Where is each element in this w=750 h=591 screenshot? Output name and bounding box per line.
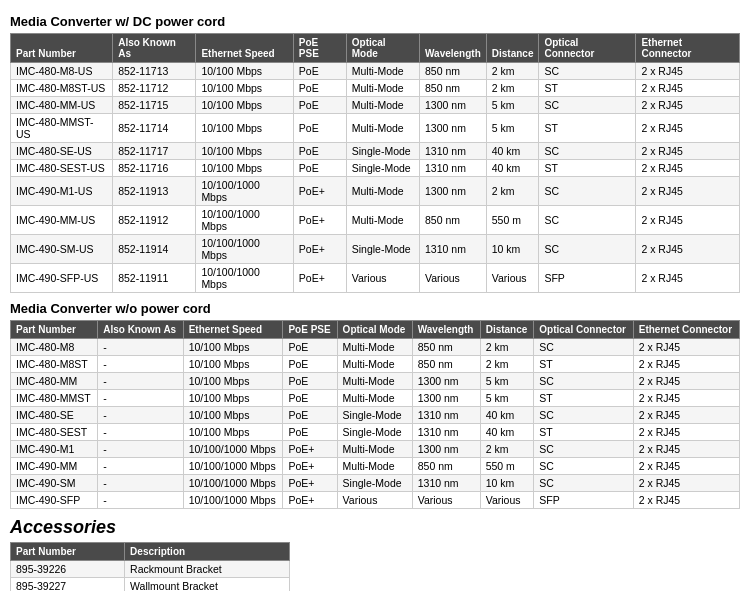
table-cell: PoE [283, 373, 337, 390]
table-cell: IMC-480-M8ST [11, 356, 98, 373]
col-header: Part Number [11, 321, 98, 339]
table-cell: IMC-490-SFP [11, 492, 98, 509]
table-cell: IMC-480-MMST-US [11, 114, 113, 143]
table-cell: 10/100 Mbps [196, 143, 293, 160]
table-cell: 895-39226 [11, 561, 125, 578]
table-cell: 852-11712 [113, 80, 196, 97]
col-header: Optical Mode [337, 321, 412, 339]
table-row: IMC-480-SE-US852-1171710/100 MbpsPoESing… [11, 143, 740, 160]
table-cell: 2 x RJ45 [636, 264, 740, 293]
col-header: Distance [486, 34, 539, 63]
table-cell: 10/100/1000 Mbps [183, 458, 283, 475]
col-header: Optical Connector [539, 34, 636, 63]
table-cell: 10/100 Mbps [183, 356, 283, 373]
table-cell: Multi-Mode [346, 63, 419, 80]
table-cell: 2 x RJ45 [633, 373, 739, 390]
section2-table: Part NumberAlso Known AsEthernet SpeedPo… [10, 320, 740, 509]
table-row: 895-39226Rackmount Bracket [11, 561, 290, 578]
table-cell: 2 x RJ45 [636, 114, 740, 143]
table-cell: 852-11714 [113, 114, 196, 143]
table-cell: SC [539, 63, 636, 80]
table-cell: 852-11717 [113, 143, 196, 160]
table-cell: - [98, 390, 183, 407]
table-row: IMC-480-SE-10/100 MbpsPoESingle-Mode1310… [11, 407, 740, 424]
table-cell: 850 nm [420, 63, 487, 80]
col-header: Ethernet Speed [196, 34, 293, 63]
table-cell: PoE [283, 356, 337, 373]
table-cell: 852-11912 [113, 206, 196, 235]
table-row: IMC-480-M8-US852-1171310/100 MbpsPoEMult… [11, 63, 740, 80]
table-cell: 10/100/1000 Mbps [183, 492, 283, 509]
table-cell: 2 x RJ45 [633, 492, 739, 509]
table-cell: PoE [293, 63, 346, 80]
section1-table: Part NumberAlso Known AsEthernet SpeedPo… [10, 33, 740, 293]
table-cell: Various [337, 492, 412, 509]
table-cell: 895-39227 [11, 578, 125, 592]
table-cell: 5 km [480, 373, 534, 390]
table-row: IMC-480-M8ST-10/100 MbpsPoEMulti-Mode850… [11, 356, 740, 373]
table-cell: SC [539, 97, 636, 114]
table-cell: 1300 nm [412, 441, 480, 458]
table-cell: 2 x RJ45 [636, 63, 740, 80]
table-cell: SC [534, 475, 633, 492]
table-cell: 5 km [486, 97, 539, 114]
col-header: Part Number [11, 34, 113, 63]
table-cell: - [98, 475, 183, 492]
table-row: IMC-490-SFP-10/100/1000 MbpsPoE+VariousV… [11, 492, 740, 509]
table-row: IMC-480-MM-US852-1171510/100 MbpsPoEMult… [11, 97, 740, 114]
table-row: IMC-490-M1-10/100/1000 MbpsPoE+Multi-Mod… [11, 441, 740, 458]
table-cell: 10/100 Mbps [183, 339, 283, 356]
table-cell: SC [534, 339, 633, 356]
table-cell: SC [534, 441, 633, 458]
table-cell: PoE [283, 407, 337, 424]
table-cell: IMC-490-SFP-US [11, 264, 113, 293]
table-cell: Various [346, 264, 419, 293]
table-cell: 10/100 Mbps [196, 63, 293, 80]
table-cell: - [98, 356, 183, 373]
table-cell: 1300 nm [412, 390, 480, 407]
table-cell: - [98, 441, 183, 458]
table-cell: 850 nm [412, 339, 480, 356]
table-cell: 5 km [480, 390, 534, 407]
table-cell: 852-11713 [113, 63, 196, 80]
table-cell: IMC-480-SEST [11, 424, 98, 441]
table-cell: 40 km [486, 160, 539, 177]
table-cell: IMC-480-M8-US [11, 63, 113, 80]
table-cell: 2 x RJ45 [636, 143, 740, 160]
table-cell: 2 x RJ45 [633, 458, 739, 475]
table-cell: Multi-Mode [346, 177, 419, 206]
col-header: Ethernet Connector [633, 321, 739, 339]
table-cell: 2 x RJ45 [633, 475, 739, 492]
table-cell: 1300 nm [420, 177, 487, 206]
col-header: Also Known As [113, 34, 196, 63]
table-row: IMC-480-MM-10/100 MbpsPoEMulti-Mode1300 … [11, 373, 740, 390]
table-cell: 2 x RJ45 [636, 177, 740, 206]
col-header: PoE PSE [283, 321, 337, 339]
col-header: Part Number [11, 543, 125, 561]
table-cell: PoE+ [293, 264, 346, 293]
table-cell: IMC-490-SM-US [11, 235, 113, 264]
table-cell: Multi-Mode [337, 373, 412, 390]
table-cell: 10/100/1000 Mbps [183, 441, 283, 458]
section1-title: Media Converter w/ DC power cord [10, 14, 740, 29]
table-cell: ST [539, 114, 636, 143]
col-header: Ethernet Speed [183, 321, 283, 339]
section2-title: Media Converter w/o power cord [10, 301, 740, 316]
table-cell: IMC-480-SE [11, 407, 98, 424]
table-cell: 2 x RJ45 [633, 390, 739, 407]
table-cell: 10/100 Mbps [196, 97, 293, 114]
table-cell: PoE [283, 390, 337, 407]
table-cell: 10/100 Mbps [196, 160, 293, 177]
table-cell: 10/100/1000 Mbps [196, 206, 293, 235]
table-cell: Wallmount Bracket [125, 578, 290, 592]
table-cell: 2 x RJ45 [636, 235, 740, 264]
table-cell: Multi-Mode [346, 97, 419, 114]
table-cell: SC [539, 235, 636, 264]
table-row: IMC-480-M8-10/100 MbpsPoEMulti-Mode850 n… [11, 339, 740, 356]
table-cell: PoE [293, 143, 346, 160]
table-cell: - [98, 339, 183, 356]
table-cell: SC [539, 177, 636, 206]
table-row: IMC-490-MM-10/100/1000 MbpsPoE+Multi-Mod… [11, 458, 740, 475]
col-header: Also Known As [98, 321, 183, 339]
table-cell: Various [480, 492, 534, 509]
